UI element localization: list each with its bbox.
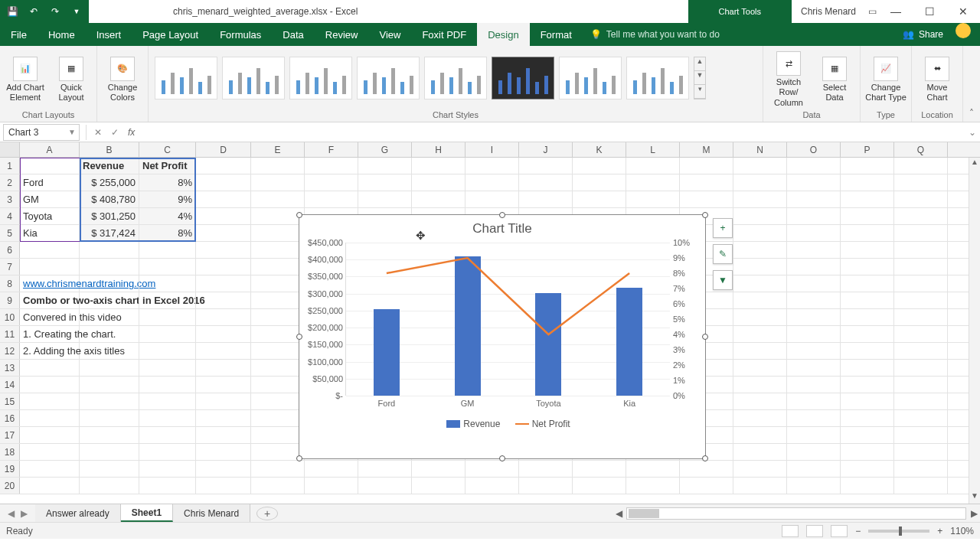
cell-A14[interactable]	[20, 377, 80, 393]
tab-foxit-pdf[interactable]: Foxit PDF	[411, 23, 477, 46]
cell-O17[interactable]	[787, 427, 841, 443]
quick-layout-button[interactable]: ▦ Quick Layout	[51, 54, 92, 103]
page-layout-view-button[interactable]	[806, 525, 823, 537]
cell-B9[interactable]	[80, 292, 139, 308]
cell-A13[interactable]	[20, 360, 80, 376]
zoom-slider[interactable]	[868, 530, 929, 533]
row-header-11[interactable]: 11	[0, 326, 20, 342]
cell-N20[interactable]	[733, 478, 787, 494]
cell-C20[interactable]	[139, 478, 196, 494]
row-header-7[interactable]: 7	[0, 259, 20, 275]
cell-N5[interactable]	[733, 225, 787, 241]
cell-D14[interactable]	[196, 377, 251, 393]
cell-C8[interactable]	[139, 276, 196, 292]
cell-C13[interactable]	[139, 360, 196, 376]
cell-O7[interactable]	[787, 259, 841, 275]
cell-A4[interactable]: Toyota	[20, 208, 80, 224]
cell-O2[interactable]	[787, 174, 841, 191]
cell-B12[interactable]	[80, 343, 139, 359]
cell-O3[interactable]	[787, 191, 841, 207]
cell-O15[interactable]	[787, 393, 841, 409]
tab-view[interactable]: View	[368, 23, 411, 46]
row-header-4[interactable]: 4	[0, 208, 20, 224]
row-header-6[interactable]: 6	[0, 242, 20, 258]
cell-C19[interactable]	[139, 461, 196, 477]
cell-C16[interactable]	[139, 410, 196, 426]
cell-B18[interactable]	[80, 444, 139, 460]
cell-L3[interactable]	[626, 191, 680, 207]
cell-N14[interactable]	[733, 377, 787, 393]
cell-H3[interactable]	[412, 191, 466, 207]
cell-C12[interactable]	[139, 343, 196, 359]
cell-C11[interactable]	[139, 326, 196, 342]
cell-D13[interactable]	[196, 360, 251, 376]
change-chart-type-button[interactable]: 📈Change Chart Type	[865, 54, 906, 103]
chart-style-6-selected[interactable]	[492, 57, 554, 99]
cell-C2[interactable]: 8%	[139, 174, 196, 191]
col-header-O[interactable]: O	[787, 142, 841, 157]
chevron-down-icon[interactable]: ▼	[68, 128, 76, 136]
zoom-level[interactable]: 110%	[950, 526, 974, 536]
cell-B5[interactable]: $ 317,424	[80, 225, 139, 241]
cell-N9[interactable]	[733, 292, 787, 308]
qat-undo-icon[interactable]: ↶	[26, 6, 41, 17]
style-gallery-scroll[interactable]: ▲▼▾	[694, 57, 706, 99]
cancel-formula-icon[interactable]: ✕	[90, 127, 106, 138]
cell-D2[interactable]	[196, 174, 251, 191]
cell-E12[interactable]	[251, 343, 305, 359]
cell-N12[interactable]	[733, 343, 787, 359]
cell-C18[interactable]	[139, 444, 196, 460]
cell-N19[interactable]	[733, 461, 787, 477]
qat-customize-icon[interactable]: ▼	[69, 8, 84, 15]
tab-design[interactable]: Design	[477, 23, 529, 46]
col-header-D[interactable]: D	[196, 142, 251, 157]
embedded-chart[interactable]: ✥ Chart Title $-$50,000$100,000$150,000$…	[299, 214, 706, 459]
cell-G20[interactable]	[358, 478, 412, 494]
chart-legend[interactable]: Revenue Net Profit	[299, 396, 705, 434]
cell-F3[interactable]	[305, 191, 358, 207]
sheet-tab-sheet1[interactable]: Sheet1	[121, 504, 173, 522]
chart-style-2[interactable]	[222, 57, 285, 99]
cell-C14[interactable]	[139, 377, 196, 393]
cell-Q17[interactable]	[894, 427, 948, 443]
cell-Q8[interactable]	[894, 276, 948, 292]
zoom-in-button[interactable]: +	[937, 526, 942, 536]
line-series[interactable]	[346, 243, 670, 396]
cell-N6[interactable]	[733, 242, 787, 258]
cell-I2[interactable]	[466, 174, 519, 191]
cell-N16[interactable]	[733, 410, 787, 426]
cell-O12[interactable]	[787, 343, 841, 359]
row-header-15[interactable]: 15	[0, 393, 20, 409]
cell-A15[interactable]	[20, 393, 80, 409]
account-face-icon[interactable]	[956, 23, 971, 38]
cell-C7[interactable]	[139, 259, 196, 275]
cell-P2[interactable]	[841, 174, 894, 191]
cell-I3[interactable]	[466, 191, 519, 207]
cell-M1[interactable]	[680, 158, 733, 174]
cell-N8[interactable]	[733, 276, 787, 292]
cell-P15[interactable]	[841, 393, 894, 409]
ribbon-display-options-icon[interactable]: ▭	[865, 0, 879, 23]
cell-B11[interactable]	[80, 326, 139, 342]
cell-L1[interactable]	[626, 158, 680, 174]
cell-E15[interactable]	[251, 393, 305, 409]
cell-Q14[interactable]	[894, 377, 948, 393]
zoom-out-button[interactable]: −	[855, 526, 861, 536]
move-chart-button[interactable]: ⬌Move Chart	[916, 54, 958, 103]
cell-Q10[interactable]	[894, 309, 948, 325]
cell-D6[interactable]	[196, 242, 251, 258]
cell-B6[interactable]	[80, 242, 139, 258]
cell-A1[interactable]	[20, 158, 80, 174]
cell-O6[interactable]	[787, 242, 841, 258]
cell-A10[interactable]: Convered in this video	[20, 309, 80, 325]
row-header-20[interactable]: 20	[0, 478, 20, 494]
cell-E9[interactable]	[251, 292, 305, 308]
cell-E8[interactable]	[251, 276, 305, 292]
cell-Q4[interactable]	[894, 208, 948, 224]
cell-Q12[interactable]	[894, 343, 948, 359]
cell-F20[interactable]	[305, 478, 358, 494]
cell-H20[interactable]	[412, 478, 466, 494]
close-button[interactable]: ✕	[946, 0, 980, 23]
cell-O11[interactable]	[787, 326, 841, 342]
cell-M3[interactable]	[680, 191, 733, 207]
